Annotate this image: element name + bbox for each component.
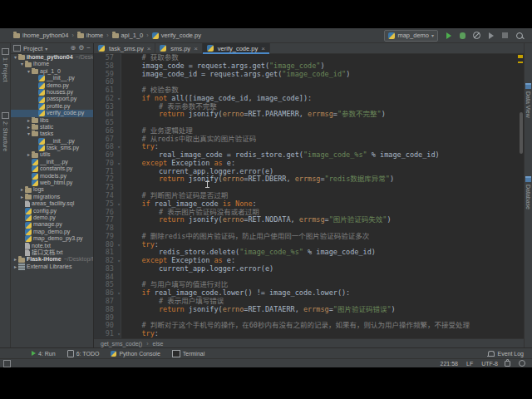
tree-item-demo-py[interactable]: demo.py bbox=[11, 214, 93, 221]
chevron-down-icon[interactable]: ▾ bbox=[45, 46, 47, 52]
tree-item-external-libraries[interactable]: ▸External Libraries bbox=[11, 264, 93, 270]
tool-strip-button-data-view[interactable]: Data View bbox=[525, 83, 531, 118]
breadcrumb-item-ihome-python04[interactable]: ihome_python04 bbox=[13, 32, 68, 39]
tree-item-ihome[interactable]: ▾ihome bbox=[11, 61, 93, 67]
fold-marker-icon[interactable]: ▾ bbox=[116, 330, 122, 338]
tree-item-utils[interactable]: ▸utils bbox=[11, 151, 93, 158]
tool-strip-label: Data View bbox=[525, 91, 531, 118]
tree-item-demo-py[interactable]: demo.py bbox=[11, 82, 93, 89]
tree-item-areas-facility-sql[interactable]: areas_facility.sql bbox=[11, 200, 93, 207]
toolwindow-button-python-console[interactable]: Python Console bbox=[111, 351, 160, 357]
code-editor[interactable]: 57 # 获取参数58 image_code = request.args.ge… bbox=[94, 54, 524, 338]
breadcrumb-block[interactable]: else bbox=[153, 341, 164, 347]
tree-collapsed-icon[interactable]: ▸ bbox=[19, 186, 25, 193]
coverage-button[interactable] bbox=[470, 30, 483, 41]
settings-gear-icon[interactable]: ⚙ bbox=[78, 45, 84, 52]
stop-button[interactable] bbox=[499, 30, 511, 41]
warning-stripe-mark[interactable] bbox=[518, 62, 523, 63]
tree-expanded-icon[interactable]: ▾ bbox=[26, 68, 32, 75]
tree-item-profile-py[interactable]: profile.py bbox=[11, 103, 93, 110]
close-icon[interactable]: × bbox=[194, 45, 198, 52]
tree-item-constants-py[interactable]: constants.py bbox=[11, 165, 93, 172]
event-log-button[interactable]: Event Log bbox=[488, 351, 532, 357]
tree-item-map-demo-py3-py[interactable]: map_demo_py3.py bbox=[11, 235, 93, 242]
tree-item-task-sms-py[interactable]: task_sms.py bbox=[11, 145, 93, 151]
profiler-button[interactable] bbox=[485, 30, 497, 41]
tool-strip-button-1-project[interactable]: 1: Project bbox=[2, 48, 9, 82]
tree-item-ihome-python04[interactable]: ▾ihome_python04~/Desktop/P bbox=[11, 54, 93, 61]
toolwindow-button-4-run[interactable]: 4: Run bbox=[32, 351, 56, 357]
run-icon bbox=[446, 32, 451, 39]
tree-collapsed-icon[interactable]: ▸ bbox=[19, 194, 25, 200]
tree-item-init-py[interactable]: __init__.py bbox=[11, 138, 93, 145]
tree-item-map-demo-py[interactable]: map_demo.py bbox=[11, 229, 93, 235]
run-button[interactable] bbox=[442, 30, 455, 41]
tree-collapsed-icon[interactable]: ▸ bbox=[26, 151, 32, 158]
fold-marker-icon[interactable]: ▾ bbox=[116, 241, 122, 249]
tree-item-api-1-0[interactable]: ▾api_1_0 bbox=[11, 68, 93, 75]
tree-expanded-icon[interactable]: ▾ bbox=[26, 131, 32, 137]
tab-task-sms-py[interactable]: task_sms.py× bbox=[94, 43, 155, 53]
tree-item-web-html-py[interactable]: web_html.py bbox=[11, 180, 93, 186]
tree-item-verify-code-py[interactable]: verify_code.py bbox=[11, 110, 93, 116]
tree-item-models-py[interactable]: models.py bbox=[11, 173, 93, 180]
tree-collapsed-icon[interactable]: ▸ bbox=[26, 117, 32, 124]
tree-item-init-py[interactable]: __init__.py bbox=[11, 159, 93, 165]
tree-expanded-icon[interactable]: ▾ bbox=[19, 61, 25, 67]
fold-marker-icon[interactable]: ▾ bbox=[116, 289, 122, 298]
fold-marker-icon[interactable]: ▾ bbox=[116, 95, 122, 103]
line-separator[interactable]: LF bbox=[466, 361, 473, 367]
tree-item-txt[interactable]: 接口文档.txt bbox=[11, 249, 93, 256]
lock-icon[interactable] bbox=[505, 361, 510, 367]
tab-verify-code-py[interactable]: verify_code.py× bbox=[203, 43, 270, 53]
hide-panel-icon[interactable]: − bbox=[86, 45, 91, 52]
close-icon[interactable]: × bbox=[261, 45, 265, 52]
tool-strip-label: Database bbox=[525, 185, 531, 209]
tree-item-manage-py[interactable]: manage.py bbox=[11, 221, 93, 228]
tree-item-passport-py[interactable]: passport.py bbox=[11, 96, 93, 102]
tool-strip-button-2-structure[interactable]: 2: Structure bbox=[2, 112, 9, 151]
debug-button[interactable] bbox=[456, 30, 469, 41]
tool-strip-label: 2: Structure bbox=[2, 121, 8, 151]
tree-item-houses-py[interactable]: houses.py bbox=[11, 89, 93, 96]
toolwindow-button-label: 6: TODO bbox=[76, 351, 100, 357]
fold-marker-icon[interactable]: ▾ bbox=[116, 257, 122, 265]
tree-collapsed-icon[interactable]: ▸ bbox=[12, 256, 18, 263]
toolwindow-button-6-todo[interactable]: 6: TODO bbox=[67, 350, 100, 357]
tree-item-tasks[interactable]: ▾tasks bbox=[11, 131, 93, 137]
toolwindow-button-terminal[interactable]: Terminal bbox=[172, 350, 204, 357]
tool-window-toggle-icon[interactable] bbox=[3, 360, 11, 367]
code-line: 83 current_app.logger.error(e) bbox=[94, 265, 524, 273]
fold-marker-icon[interactable]: ▾ bbox=[116, 200, 122, 209]
tool-strip-button-database[interactable]: Database bbox=[525, 176, 531, 209]
tree-expanded-icon[interactable]: ▾ bbox=[12, 54, 18, 61]
hector-inspector-icon[interactable] bbox=[519, 360, 525, 367]
run-config-select[interactable]: map_demo ▾ bbox=[384, 30, 438, 42]
tab-sms-py[interactable]: sms.py× bbox=[155, 43, 202, 53]
breadcrumb-item-api-1-0[interactable]: api_1_0 bbox=[112, 32, 144, 39]
tree-item-static[interactable]: ▸static bbox=[11, 124, 93, 131]
tree-item-logs[interactable]: ▸logs bbox=[11, 186, 93, 193]
locate-file-icon[interactable]: ⊕ bbox=[70, 45, 76, 52]
fold-spacer bbox=[116, 175, 122, 184]
tree-item-init-py[interactable]: __init__.py bbox=[11, 75, 93, 81]
stop-icon bbox=[502, 32, 508, 38]
tree-item-libs[interactable]: ▸libs bbox=[11, 117, 93, 124]
tree-collapsed-icon[interactable]: ▸ bbox=[26, 124, 32, 131]
warning-stripe-mark[interactable] bbox=[518, 55, 523, 58]
tree-item-config-py[interactable]: config.py bbox=[11, 208, 93, 214]
tree-item-migrations[interactable]: ▸migrations bbox=[11, 194, 93, 200]
breadcrumb-item-ihome[interactable]: ihome bbox=[77, 32, 103, 39]
breadcrumb-method[interactable]: get_sms_code() bbox=[101, 341, 142, 347]
caret-position[interactable]: 221:58 bbox=[441, 361, 458, 367]
tree-item-note-txt[interactable]: note.txt bbox=[11, 243, 93, 249]
fold-marker-icon[interactable]: ▾ bbox=[116, 143, 122, 151]
fold-marker-icon[interactable]: ▾ bbox=[116, 160, 122, 168]
file-encoding[interactable]: UTF-8 bbox=[481, 361, 498, 367]
tree-collapsed-icon[interactable]: ▸ bbox=[12, 264, 18, 270]
tree-item-flask-ihome[interactable]: ▸Flask-iHome~/Desktop/Pytho bbox=[11, 256, 93, 263]
search-button[interactable] bbox=[513, 30, 525, 41]
editor-scrollbar[interactable] bbox=[520, 112, 523, 154]
close-icon[interactable]: × bbox=[147, 45, 151, 52]
breadcrumb-item-verify-code-py[interactable]: verify_code.py bbox=[152, 32, 201, 39]
